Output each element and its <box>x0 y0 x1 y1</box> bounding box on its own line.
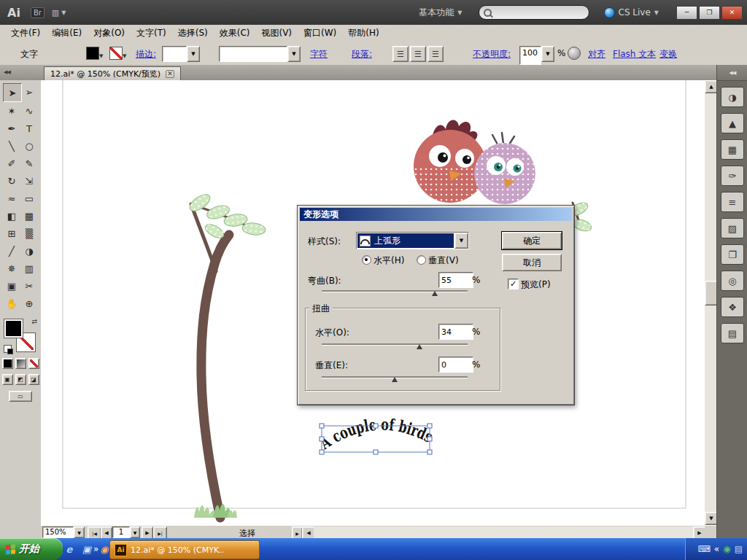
menu-item-4[interactable]: 选择(S) <box>173 26 213 41</box>
bend-slider-thumb[interactable] <box>432 291 438 296</box>
magic-wand-tool[interactable]: ✶ <box>3 102 20 120</box>
paintbrush-tool[interactable]: ✐ <box>3 155 20 172</box>
draw-inside-button[interactable]: ◪ <box>28 374 39 385</box>
quick-launch-overflow[interactable]: » <box>93 538 98 560</box>
width-profile-select[interactable]: ▼ <box>219 46 301 61</box>
shape-builder-tool[interactable]: ◧ <box>3 207 20 225</box>
ellipse-tool[interactable]: ○ <box>20 137 38 155</box>
artboard-number-select[interactable]: 1 ▼ <box>112 526 140 538</box>
collapse-panels-icon[interactable]: ◀◀ <box>4 69 10 75</box>
menu-item-8[interactable]: 帮助(H) <box>343 26 384 41</box>
fill-proxy-swatch[interactable] <box>4 319 23 338</box>
show-desktop-icon[interactable]: ▣ <box>80 542 93 556</box>
width-tool[interactable]: ≈ <box>3 190 20 207</box>
vertical-radio[interactable] <box>417 255 426 265</box>
ie-icon[interactable]: e <box>63 542 76 556</box>
workspace-switcher[interactable]: 基本功能 ▼ <box>419 7 462 19</box>
zoom-select[interactable]: 150% ▼ <box>42 526 85 538</box>
v-distort-input[interactable] <box>438 357 473 373</box>
minimize-button[interactable]: ─ <box>676 6 697 20</box>
bridge-button[interactable]: Br <box>31 7 44 18</box>
transparency-panel[interactable]: ❐ <box>721 244 744 265</box>
pencil-tool[interactable]: ✎ <box>20 155 38 172</box>
chevron-down-icon[interactable]: ▼ <box>74 526 85 538</box>
menu-item-6[interactable]: 视图(V) <box>256 26 297 41</box>
scale-tool[interactable]: ⇲ <box>20 172 38 190</box>
fill-color-swatch[interactable] <box>86 47 99 60</box>
ok-button[interactable]: 确定 <box>502 232 562 249</box>
style-select[interactable]: 上弧形 ▼ <box>356 232 469 249</box>
opacity-link[interactable]: 不透明度: <box>473 48 511 61</box>
bend-slider[interactable] <box>322 290 468 292</box>
arrange-documents-button[interactable]: ▥ ▼ <box>52 8 66 18</box>
artboard-tool[interactable]: ▣ <box>3 277 20 295</box>
gradient-button[interactable] <box>15 358 26 369</box>
none-button[interactable] <box>28 358 39 369</box>
keyboard-tray-icon[interactable]: ⌨ <box>698 544 711 554</box>
menu-item-2[interactable]: 对象(O) <box>88 26 130 41</box>
draw-normal-button[interactable]: ▣ <box>2 374 13 385</box>
horizontal-radio[interactable] <box>362 255 371 265</box>
dialog-titlebar[interactable]: 变形选项 <box>300 208 572 221</box>
search-input[interactable] <box>495 7 571 18</box>
opacity-stepper[interactable]: 100 ▼ <box>519 46 554 61</box>
stroke-panel[interactable]: ≡ <box>721 192 744 212</box>
align-panel-link[interactable]: 对齐 <box>588 48 605 61</box>
antivirus-tray-icon[interactable]: ◉ <box>723 544 730 554</box>
start-button[interactable]: 开始 <box>0 538 63 560</box>
chevron-down-icon[interactable]: ▼ <box>130 526 140 538</box>
stroke-weight-select[interactable]: ▼ <box>162 46 200 61</box>
menu-item-7[interactable]: 窗口(W) <box>298 26 341 41</box>
stroke-color-swatch[interactable] <box>109 47 123 60</box>
menu-item-0[interactable]: 文件(F) <box>6 26 45 41</box>
line-segment-tool[interactable]: ╲ <box>3 137 20 155</box>
align-left-button[interactable]: ☰ <box>392 46 409 62</box>
v-distort-slider-thumb[interactable] <box>392 377 398 382</box>
flash-text-link[interactable]: Flash 文本 <box>613 48 656 61</box>
color-button[interactable] <box>2 358 13 369</box>
stroke-panel-link[interactable]: 描边: <box>136 48 156 61</box>
symbol-sprayer-tool[interactable]: ✵ <box>3 260 20 277</box>
cancel-button[interactable]: 取消 <box>502 254 562 271</box>
expand-panels-icon[interactable]: ◀◀ <box>717 65 747 81</box>
screen-mode-button[interactable]: ▭ <box>9 391 32 402</box>
bend-input[interactable] <box>438 272 473 288</box>
menu-item-5[interactable]: 效果(C) <box>214 26 255 41</box>
blend-tool[interactable]: ◑ <box>20 242 38 260</box>
column-graph-tool[interactable]: ▥ <box>20 260 38 277</box>
eyedropper-tool[interactable]: ╱ <box>3 242 20 260</box>
chevron-down-icon[interactable]: ▼ <box>287 46 301 62</box>
zoom-tool[interactable]: ⊕ <box>20 295 38 312</box>
display-tray-icon[interactable]: ▤ <box>735 544 743 554</box>
hand-tool[interactable]: ✋ <box>3 295 20 312</box>
align-center-button[interactable]: ☰ <box>410 46 426 62</box>
chevron-down-icon[interactable]: ▼ <box>541 46 554 62</box>
horizontal-scrollbar[interactable] <box>314 526 693 538</box>
graphic-styles-panel[interactable]: ❖ <box>721 297 744 317</box>
character-panel-link[interactable]: 字符 <box>310 48 328 61</box>
slice-tool[interactable]: ✂ <box>20 277 38 295</box>
h-distort-slider-thumb[interactable] <box>417 344 422 349</box>
document-tab[interactable]: 12.ai* @ 150% (CMYK/预览) ✕ <box>44 66 181 81</box>
preview-checkbox[interactable]: ✓ <box>508 279 519 289</box>
swap-fill-stroke-icon[interactable]: ⇄ <box>31 318 37 325</box>
h-distort-input[interactable] <box>438 324 473 340</box>
search-box[interactable] <box>479 5 589 20</box>
vertical-scrollbar[interactable]: ▲ ▼ <box>705 80 716 525</box>
mesh-tool[interactable]: ⊞ <box>3 225 20 242</box>
rotate-tool[interactable]: ↻ <box>3 172 20 190</box>
chevron-down-icon[interactable]: ▼ <box>454 233 468 249</box>
pen-tool[interactable]: ✒ <box>3 120 20 137</box>
draw-behind-button[interactable]: ◩ <box>15 374 26 385</box>
layers-panel[interactable]: ▤ <box>721 323 744 343</box>
perspective-grid-tool[interactable]: ▦ <box>20 207 38 225</box>
h-distort-slider[interactable] <box>322 343 468 345</box>
collapse-tray-icon[interactable]: « <box>714 544 719 554</box>
recolor-artwork-button[interactable] <box>568 47 581 60</box>
direct-selection-tool[interactable]: ➢ <box>20 83 38 101</box>
menu-item-3[interactable]: 文字(T) <box>131 26 171 41</box>
type-tool[interactable]: T <box>20 120 38 137</box>
chevron-down-icon[interactable]: ▼ <box>187 46 200 62</box>
free-transform-tool[interactable]: ▭ <box>20 190 38 207</box>
gradient-tool[interactable]: ▒ <box>20 225 38 242</box>
